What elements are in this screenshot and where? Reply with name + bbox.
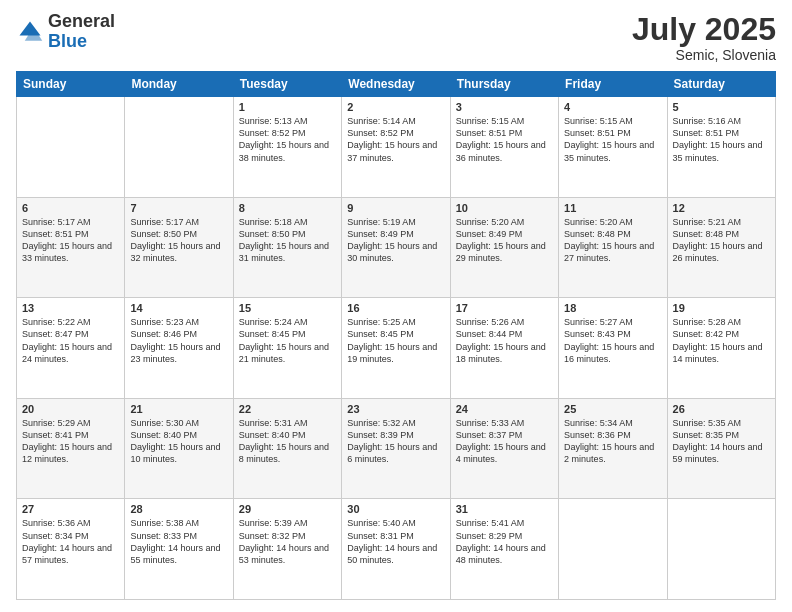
title-block: July 2025 Semic, Slovenia	[632, 12, 776, 63]
table-row: 25Sunrise: 5:34 AM Sunset: 8:36 PM Dayli…	[559, 398, 667, 499]
table-row: 15Sunrise: 5:24 AM Sunset: 8:45 PM Dayli…	[233, 298, 341, 399]
col-saturday: Saturday	[667, 72, 775, 97]
day-info: Sunrise: 5:40 AM Sunset: 8:31 PM Dayligh…	[347, 517, 444, 566]
day-number: 24	[456, 403, 553, 415]
day-number: 27	[22, 503, 119, 515]
col-tuesday: Tuesday	[233, 72, 341, 97]
table-row	[125, 97, 233, 198]
day-info: Sunrise: 5:41 AM Sunset: 8:29 PM Dayligh…	[456, 517, 553, 566]
day-number: 29	[239, 503, 336, 515]
day-info: Sunrise: 5:17 AM Sunset: 8:50 PM Dayligh…	[130, 216, 227, 265]
day-info: Sunrise: 5:20 AM Sunset: 8:49 PM Dayligh…	[456, 216, 553, 265]
day-info: Sunrise: 5:26 AM Sunset: 8:44 PM Dayligh…	[456, 316, 553, 365]
day-number: 13	[22, 302, 119, 314]
col-sunday: Sunday	[17, 72, 125, 97]
table-row: 5Sunrise: 5:16 AM Sunset: 8:51 PM Daylig…	[667, 97, 775, 198]
day-number: 11	[564, 202, 661, 214]
day-info: Sunrise: 5:17 AM Sunset: 8:51 PM Dayligh…	[22, 216, 119, 265]
day-info: Sunrise: 5:29 AM Sunset: 8:41 PM Dayligh…	[22, 417, 119, 466]
day-number: 10	[456, 202, 553, 214]
day-number: 15	[239, 302, 336, 314]
day-number: 3	[456, 101, 553, 113]
title-month: July 2025	[632, 12, 776, 47]
calendar-table: Sunday Monday Tuesday Wednesday Thursday…	[16, 71, 776, 600]
table-row	[667, 499, 775, 600]
table-row: 8Sunrise: 5:18 AM Sunset: 8:50 PM Daylig…	[233, 197, 341, 298]
logo-blue: Blue	[48, 31, 87, 51]
table-row: 9Sunrise: 5:19 AM Sunset: 8:49 PM Daylig…	[342, 197, 450, 298]
col-friday: Friday	[559, 72, 667, 97]
table-row: 14Sunrise: 5:23 AM Sunset: 8:46 PM Dayli…	[125, 298, 233, 399]
day-number: 12	[673, 202, 770, 214]
col-wednesday: Wednesday	[342, 72, 450, 97]
day-info: Sunrise: 5:22 AM Sunset: 8:47 PM Dayligh…	[22, 316, 119, 365]
day-number: 25	[564, 403, 661, 415]
table-row: 19Sunrise: 5:28 AM Sunset: 8:42 PM Dayli…	[667, 298, 775, 399]
day-number: 26	[673, 403, 770, 415]
day-info: Sunrise: 5:14 AM Sunset: 8:52 PM Dayligh…	[347, 115, 444, 164]
day-info: Sunrise: 5:28 AM Sunset: 8:42 PM Dayligh…	[673, 316, 770, 365]
day-info: Sunrise: 5:15 AM Sunset: 8:51 PM Dayligh…	[564, 115, 661, 164]
table-row: 24Sunrise: 5:33 AM Sunset: 8:37 PM Dayli…	[450, 398, 558, 499]
day-number: 19	[673, 302, 770, 314]
logo: General Blue	[16, 12, 115, 52]
day-number: 31	[456, 503, 553, 515]
day-number: 6	[22, 202, 119, 214]
calendar-week-row: 1Sunrise: 5:13 AM Sunset: 8:52 PM Daylig…	[17, 97, 776, 198]
table-row: 27Sunrise: 5:36 AM Sunset: 8:34 PM Dayli…	[17, 499, 125, 600]
day-info: Sunrise: 5:16 AM Sunset: 8:51 PM Dayligh…	[673, 115, 770, 164]
day-info: Sunrise: 5:32 AM Sunset: 8:39 PM Dayligh…	[347, 417, 444, 466]
day-number: 18	[564, 302, 661, 314]
day-number: 30	[347, 503, 444, 515]
table-row: 13Sunrise: 5:22 AM Sunset: 8:47 PM Dayli…	[17, 298, 125, 399]
logo-general: General	[48, 11, 115, 31]
table-row: 2Sunrise: 5:14 AM Sunset: 8:52 PM Daylig…	[342, 97, 450, 198]
day-info: Sunrise: 5:30 AM Sunset: 8:40 PM Dayligh…	[130, 417, 227, 466]
col-thursday: Thursday	[450, 72, 558, 97]
calendar-header-row: Sunday Monday Tuesday Wednesday Thursday…	[17, 72, 776, 97]
day-info: Sunrise: 5:13 AM Sunset: 8:52 PM Dayligh…	[239, 115, 336, 164]
table-row	[17, 97, 125, 198]
day-number: 23	[347, 403, 444, 415]
day-number: 9	[347, 202, 444, 214]
table-row: 31Sunrise: 5:41 AM Sunset: 8:29 PM Dayli…	[450, 499, 558, 600]
table-row: 20Sunrise: 5:29 AM Sunset: 8:41 PM Dayli…	[17, 398, 125, 499]
table-row: 29Sunrise: 5:39 AM Sunset: 8:32 PM Dayli…	[233, 499, 341, 600]
table-row: 21Sunrise: 5:30 AM Sunset: 8:40 PM Dayli…	[125, 398, 233, 499]
day-info: Sunrise: 5:23 AM Sunset: 8:46 PM Dayligh…	[130, 316, 227, 365]
day-info: Sunrise: 5:15 AM Sunset: 8:51 PM Dayligh…	[456, 115, 553, 164]
table-row: 17Sunrise: 5:26 AM Sunset: 8:44 PM Dayli…	[450, 298, 558, 399]
table-row: 23Sunrise: 5:32 AM Sunset: 8:39 PM Dayli…	[342, 398, 450, 499]
table-row: 10Sunrise: 5:20 AM Sunset: 8:49 PM Dayli…	[450, 197, 558, 298]
day-info: Sunrise: 5:39 AM Sunset: 8:32 PM Dayligh…	[239, 517, 336, 566]
day-number: 20	[22, 403, 119, 415]
day-info: Sunrise: 5:34 AM Sunset: 8:36 PM Dayligh…	[564, 417, 661, 466]
calendar-week-row: 20Sunrise: 5:29 AM Sunset: 8:41 PM Dayli…	[17, 398, 776, 499]
day-number: 8	[239, 202, 336, 214]
day-number: 2	[347, 101, 444, 113]
day-info: Sunrise: 5:35 AM Sunset: 8:35 PM Dayligh…	[673, 417, 770, 466]
calendar-week-row: 6Sunrise: 5:17 AM Sunset: 8:51 PM Daylig…	[17, 197, 776, 298]
page: General Blue July 2025 Semic, Slovenia S…	[0, 0, 792, 612]
day-info: Sunrise: 5:31 AM Sunset: 8:40 PM Dayligh…	[239, 417, 336, 466]
title-location: Semic, Slovenia	[632, 47, 776, 63]
table-row: 12Sunrise: 5:21 AM Sunset: 8:48 PM Dayli…	[667, 197, 775, 298]
day-info: Sunrise: 5:25 AM Sunset: 8:45 PM Dayligh…	[347, 316, 444, 365]
table-row: 3Sunrise: 5:15 AM Sunset: 8:51 PM Daylig…	[450, 97, 558, 198]
day-number: 4	[564, 101, 661, 113]
day-number: 5	[673, 101, 770, 113]
calendar-week-row: 13Sunrise: 5:22 AM Sunset: 8:47 PM Dayli…	[17, 298, 776, 399]
day-number: 7	[130, 202, 227, 214]
table-row: 4Sunrise: 5:15 AM Sunset: 8:51 PM Daylig…	[559, 97, 667, 198]
day-number: 1	[239, 101, 336, 113]
day-info: Sunrise: 5:33 AM Sunset: 8:37 PM Dayligh…	[456, 417, 553, 466]
table-row: 7Sunrise: 5:17 AM Sunset: 8:50 PM Daylig…	[125, 197, 233, 298]
logo-icon	[16, 18, 44, 46]
day-info: Sunrise: 5:38 AM Sunset: 8:33 PM Dayligh…	[130, 517, 227, 566]
col-monday: Monday	[125, 72, 233, 97]
day-number: 17	[456, 302, 553, 314]
day-number: 21	[130, 403, 227, 415]
day-number: 22	[239, 403, 336, 415]
table-row: 30Sunrise: 5:40 AM Sunset: 8:31 PM Dayli…	[342, 499, 450, 600]
header: General Blue July 2025 Semic, Slovenia	[16, 12, 776, 63]
